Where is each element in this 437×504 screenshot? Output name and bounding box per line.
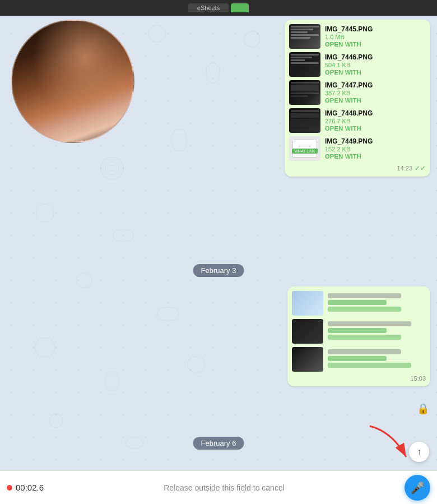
svg-point-5: [244, 31, 260, 47]
svg-point-18: [125, 437, 143, 448]
file-item-1: IMG_7445.PNG 1.0 MB OPEN WITH: [289, 24, 426, 49]
svg-point-12: [76, 272, 92, 288]
redacted-size-bar-1: [328, 300, 387, 305]
date-separator-feb3: February 3: [193, 264, 244, 277]
file-item-5: ────── WHAT LINK IMG_7449.PNG 152.2 KB O…: [289, 136, 426, 161]
svg-point-10: [36, 204, 54, 222]
file-info-5: IMG_7449.PNG 152.2 KB OPEN WITH: [325, 137, 426, 160]
svg-point-17: [49, 414, 63, 427]
second-message-time: 15:03: [410, 375, 426, 382]
file-name-3: IMG_7447.PNG: [325, 81, 426, 89]
second-message-bubble: 15:03: [287, 286, 430, 386]
file-open-5[interactable]: OPEN WITH: [325, 153, 426, 160]
svg-point-4: [206, 63, 220, 83]
chevron-up-icon: ↑: [417, 447, 421, 457]
recording-indicator: 00:02.6: [7, 483, 44, 492]
file-item-4: IMG_7448.PNG 276.7 KB OPEN WITH: [289, 108, 426, 133]
tab-active[interactable]: [231, 3, 249, 12]
file-size-4: 276.7 KB: [325, 118, 426, 124]
file-item-2: IMG_7446.PNG 504.1 KB OPEN WITH: [289, 52, 426, 77]
redacted-info-3: [328, 349, 426, 369]
redacted-open-bar-1: [328, 307, 401, 312]
thumb-btn-5: WHAT LINK: [292, 149, 317, 154]
file-info-4: IMG_7448.PNG 276.7 KB OPEN WITH: [325, 109, 426, 132]
thumb-inner-5: ────── WHAT LINK: [292, 140, 317, 158]
redacted-item-2: [292, 319, 426, 344]
svg-point-13: [157, 307, 179, 321]
recording-dot: [7, 485, 12, 491]
svg-point-14: [35, 337, 55, 358]
redacted-name-bar-1: [328, 293, 401, 298]
file-info-3: IMG_7447.PNG 387.2 KB OPEN WITH: [325, 81, 426, 104]
redacted-size-bar-3: [328, 356, 387, 361]
file-thumb-2: [289, 52, 320, 77]
mic-icon: 🎤: [411, 481, 425, 494]
file-message-bubble: IMG_7445.PNG 1.0 MB OPEN WITH IMG_7446.P…: [285, 20, 430, 177]
file-name-1: IMG_7445.PNG: [325, 25, 426, 33]
file-size-5: 152.2 KB: [325, 146, 426, 152]
redacted-thumb-2: [292, 319, 323, 344]
bottom-bar: 00:02.6 Release outside this field to ca…: [0, 470, 437, 504]
file-name-4: IMG_7448.PNG: [325, 109, 426, 117]
svg-point-16: [188, 356, 204, 373]
mic-button[interactable]: 🎤: [405, 475, 430, 501]
tab-bar: eSheets: [188, 3, 249, 12]
file-thumb-4: [289, 108, 320, 133]
file-name-5: IMG_7449.PNG: [325, 137, 426, 145]
file-info-2: IMG_7446.PNG 504.1 KB OPEN WITH: [325, 53, 426, 76]
top-bar: eSheets: [0, 0, 437, 16]
redacted-name-bar-3: [328, 349, 401, 354]
file-info-1: IMG_7445.PNG 1.0 MB OPEN WITH: [325, 25, 426, 48]
redacted-open-bar-3: [328, 363, 411, 368]
lock-icon: 🔒: [417, 403, 429, 415]
cancel-text: Release outside this field to cancel: [49, 483, 399, 492]
bubble-footer: 14:23 ✓✓: [289, 164, 426, 172]
file-name-2: IMG_7446.PNG: [325, 53, 426, 61]
file-open-1[interactable]: OPEN WITH: [325, 41, 426, 48]
tab-esheets[interactable]: eSheets: [188, 3, 229, 12]
file-size-2: 504.1 KB: [325, 62, 426, 68]
redacted-name-bar-2: [328, 321, 411, 326]
file-open-2[interactable]: OPEN WITH: [325, 69, 426, 76]
redacted-info-2: [328, 321, 426, 341]
redacted-open-bar-2: [328, 335, 401, 340]
file-thumb-1: [289, 24, 320, 49]
file-item-3: IMG_7447.PNG 387.2 KB OPEN WITH: [289, 80, 426, 105]
redacted-thumb-1: [292, 291, 323, 316]
svg-point-8: [105, 161, 119, 175]
file-thumb-3: [289, 80, 320, 105]
file-open-3[interactable]: OPEN WITH: [325, 97, 426, 104]
redacted-thumb-3: [292, 347, 323, 372]
circular-profile-image: [11, 20, 134, 143]
svg-point-7: [101, 157, 123, 179]
file-size-1: 1.0 MB: [325, 34, 426, 40]
svg-point-15: [105, 372, 119, 391]
file-thumb-5: ────── WHAT LINK: [289, 136, 320, 161]
file-size-3: 387.2 KB: [325, 90, 426, 96]
file-open-4[interactable]: OPEN WITH: [325, 125, 426, 132]
scroll-up-button[interactable]: ↑: [409, 442, 429, 462]
svg-point-11: [113, 229, 133, 242]
profile-image-content: [12, 21, 133, 142]
date-separator-feb6: February 6: [193, 437, 244, 450]
svg-point-3: [148, 25, 165, 42]
message-time: 14:23: [397, 165, 412, 172]
svg-point-9: [171, 129, 187, 151]
redacted-item-1: [292, 291, 426, 316]
recording-time: 00:02.6: [16, 483, 44, 492]
redacted-info-1: [328, 293, 426, 313]
redacted-size-bar-2: [328, 328, 387, 333]
second-bubble-footer: 15:03: [292, 375, 426, 382]
delivered-icon: ✓✓: [415, 164, 426, 172]
redacted-item-3: [292, 347, 426, 372]
